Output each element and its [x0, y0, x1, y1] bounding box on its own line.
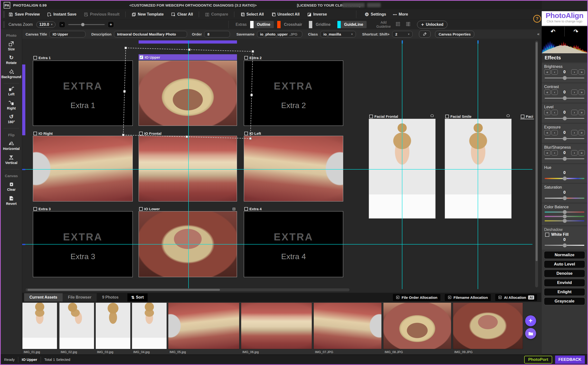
photo-io-frontal[interactable] — [139, 136, 237, 201]
rotate-tool-button[interactable]: ↻ Rotate — [6, 55, 17, 65]
cell-io-left[interactable]: IO Left — [244, 130, 343, 136]
step-prev-icon[interactable]: ‹ — [551, 150, 558, 155]
unselect-all-button[interactable]: Unselect All — [271, 12, 300, 17]
crosshair-color-swatch[interactable] — [277, 21, 281, 28]
denoise-button[interactable]: Denoise — [544, 270, 585, 277]
add-photos-button[interactable]: + — [525, 315, 536, 326]
grayscale-button[interactable]: Grayscale — [544, 297, 585, 305]
cell-facial-smile[interactable]: Facial Smile — [445, 113, 512, 119]
zoom-slider[interactable] — [68, 22, 105, 27]
step-next-icon[interactable]: › — [571, 130, 578, 135]
flip-horizontal-button[interactable]: Horizontal — [3, 140, 19, 151]
gridline-color-swatch[interactable] — [309, 21, 312, 28]
color-balance-yellow-blue-slider[interactable] — [544, 219, 585, 223]
tab-current-assets[interactable]: Current Assets — [24, 293, 63, 301]
step-first-icon[interactable]: « — [544, 150, 550, 155]
ai-allocation-button[interactable]: AI Allocation AI — [495, 294, 537, 301]
flip-vertical-button[interactable]: Vertical — [5, 155, 18, 165]
thumbnail-1[interactable] — [22, 302, 57, 349]
canvas-clear-button[interactable]: Clear — [7, 181, 16, 192]
description-input[interactable]: Intraoral Occlusal Maxillary Photo — [114, 31, 187, 37]
rotate-right-button[interactable]: Right — [7, 100, 16, 110]
rotate-left-button[interactable]: Left — [8, 86, 15, 96]
compare-button[interactable]: Compare — [205, 12, 228, 17]
select-all-button[interactable]: Select All — [240, 12, 264, 17]
step-last-icon[interactable]: » — [579, 110, 585, 115]
window-layout-icon[interactable]: ⊟ — [232, 207, 236, 211]
checkbox[interactable] — [33, 207, 37, 211]
guideline-marker[interactable] — [22, 244, 25, 245]
size-tool-button[interactable]: Size — [8, 41, 15, 51]
more-button[interactable]: ••• More — [393, 12, 408, 17]
step-prev-icon[interactable]: ‹ — [551, 110, 558, 115]
settings-button[interactable]: ⚙ Settings — [365, 12, 386, 17]
rotate-180-button[interactable]: ↺ 180° — [8, 114, 15, 124]
sort-button[interactable]: ⇅ Sort — [127, 293, 148, 301]
level-slider[interactable] — [544, 116, 585, 120]
resize-handle[interactable] — [249, 137, 252, 140]
feedback-button[interactable]: FEEDBACK — [555, 356, 585, 364]
cell-extra-3[interactable]: Extra 3 EXTRA Extra 3 — [33, 206, 133, 212]
resize-handle[interactable] — [123, 90, 126, 93]
filename-allocation-button[interactable]: Filename Allocation — [445, 294, 491, 301]
checkbox[interactable] — [139, 207, 143, 211]
gridline-toggle[interactable]: Gridline — [312, 21, 334, 28]
shortcut-dropdown[interactable]: 2▾ — [392, 31, 413, 37]
toolbar-grip[interactable] — [3, 21, 5, 28]
checkbox[interactable] — [244, 207, 248, 211]
portrait-outline-icon[interactable] — [506, 114, 510, 119]
envivid-button[interactable]: Envivid — [544, 279, 585, 287]
toolbar-grip[interactable] — [3, 11, 5, 18]
step-last-icon[interactable]: » — [579, 150, 585, 155]
zoom-in-button[interactable]: + — [108, 21, 114, 28]
clear-all-button[interactable]: Clear All — [171, 12, 193, 17]
enlight-button[interactable]: Enlight — [544, 288, 585, 296]
step-next-icon[interactable]: › — [571, 110, 578, 115]
cell-facial-partial[interactable]: Faci — [520, 113, 534, 119]
extra-placeholder[interactable]: EXTRA Extra 1 — [33, 61, 133, 126]
save-preview-button[interactable]: Save Preview — [9, 12, 40, 17]
resize-handle[interactable] — [188, 48, 190, 51]
saturation-slider[interactable] — [544, 196, 585, 200]
class-dropdown[interactable]: io_maxilla▾ — [320, 31, 356, 37]
step-prev-icon[interactable]: ‹ — [551, 90, 558, 95]
thumbnail-5[interactable] — [168, 302, 239, 349]
previous-result-button[interactable]: Previous Result — [84, 12, 120, 17]
add-horizontal-guideline-button[interactable] — [395, 21, 401, 28]
thumbnail-8[interactable] — [383, 302, 451, 349]
crosshair-toggle[interactable]: Crosshair — [281, 21, 306, 28]
guideline-marker[interactable] — [22, 169, 25, 170]
step-first-icon[interactable]: « — [544, 90, 550, 95]
photo-io-right[interactable] — [33, 136, 133, 201]
brightness-slider[interactable] — [544, 76, 585, 80]
background-tool-button[interactable]: Background — [1, 69, 21, 79]
inverse-button[interactable]: Inverse — [307, 12, 327, 17]
thumbnail-3[interactable] — [95, 302, 131, 349]
contrast-slider[interactable] — [544, 96, 585, 100]
resize-handle[interactable] — [252, 50, 254, 53]
vertical-scrollbar[interactable] — [535, 41, 538, 287]
resize-handle[interactable] — [250, 94, 253, 96]
thumbnail-2[interactable] — [59, 302, 94, 349]
lock-toggle-button[interactable]: + Unlocked — [417, 21, 447, 28]
outline-toggle[interactable]: Outline — [254, 21, 274, 28]
checkbox[interactable] — [369, 115, 373, 118]
photo-facial-partial[interactable] — [520, 119, 534, 119]
canvas-revert-button[interactable]: Revert — [6, 195, 17, 206]
thumbnail-7[interactable] — [313, 302, 382, 349]
eyedropper-button[interactable] — [419, 30, 431, 38]
checkbox[interactable] — [33, 56, 37, 60]
exposure-slider[interactable] — [544, 136, 585, 141]
instant-save-button[interactable]: Instant Save — [47, 12, 76, 17]
horizontal-guideline[interactable] — [25, 244, 532, 245]
checkbox[interactable] — [33, 132, 37, 135]
open-folder-button[interactable] — [525, 328, 536, 339]
step-prev-icon[interactable]: ‹ — [551, 69, 558, 75]
cell-io-right[interactable]: IO Right — [33, 130, 133, 136]
tab-file-browser[interactable]: File Browser — [63, 293, 97, 301]
resize-handle[interactable] — [124, 47, 127, 49]
main-canvas[interactable]: Extra 1 EXTRA Extra 1 ✓IO Upper Extra 2 … — [22, 39, 541, 293]
hue-slider[interactable] — [544, 176, 585, 181]
canvas-zoom-dropdown[interactable]: 120.0 ▾ — [36, 21, 56, 28]
collapse-panel-button[interactable]: « — [537, 32, 540, 36]
